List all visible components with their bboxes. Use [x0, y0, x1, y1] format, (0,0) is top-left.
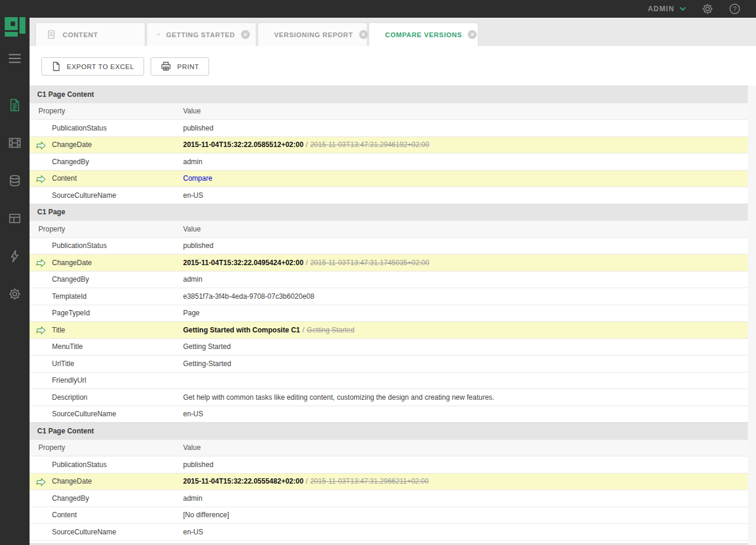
print-label: PRINT — [177, 63, 199, 70]
changed-arrow-icon — [35, 139, 47, 152]
property-name: PublicationStatus — [30, 461, 183, 469]
property-column-header: Property — [30, 443, 183, 452]
property-name: SourceCultureName — [30, 410, 183, 418]
property-value: admin — [183, 158, 203, 166]
column-header-row: PropertyValue — [30, 103, 748, 120]
section-header: C1 Page Content — [30, 422, 748, 439]
tab-label: GETTING STARTED — [166, 31, 235, 38]
print-button[interactable]: PRINT — [151, 57, 209, 76]
property-value: admin — [183, 275, 203, 283]
section-title: C1 Page Content — [37, 90, 94, 99]
column-header-row: PropertyValue — [30, 220, 748, 237]
changed-arrow-icon — [35, 324, 47, 337]
gear-icon — [702, 3, 713, 15]
property-name: PublicationStatus — [30, 124, 183, 132]
property-value: en-US — [183, 410, 203, 418]
table-row-title: TitleGetting Started with Composite C1/G… — [30, 321, 748, 338]
table-row-changedate: ChangeDate2015-11-04T15:32:22.0555482+02… — [30, 473, 748, 490]
compare-versions-table: C1 Page ContentPropertyValuePublicationS… — [30, 86, 748, 541]
new-value: Getting Started with Composite C1 — [183, 326, 300, 334]
export-to-excel-label: EXPORT TO EXCEL — [67, 63, 134, 70]
new-value: 2015-11-04T15:32:22.0585512+02:00 — [183, 141, 304, 149]
sidebar-item-functions[interactable] — [0, 237, 30, 275]
changed-arrow-icon — [35, 476, 47, 488]
old-value: 2015-11-03T13:47:31.2946192+02:00 — [310, 141, 429, 149]
property-value: Getting-Started — [183, 360, 231, 368]
property-value: [No difference] — [183, 511, 229, 519]
property-value: en-US — [183, 191, 203, 200]
tab-label: COMPARE VERSIONS — [385, 31, 462, 38]
changed-arrow-icon — [35, 173, 47, 185]
toolbar: EXPORT TO EXCEL PRINT — [30, 46, 756, 86]
property-name: TemplateId — [30, 292, 183, 301]
new-value: 2015-11-04T15:32:22.0555482+02:00 — [183, 477, 304, 485]
property-name: PageTypeId — [30, 309, 183, 317]
property-name: PublicationStatus — [30, 242, 183, 250]
table-row-menutitle: MenuTitleGetting Started — [30, 338, 748, 355]
close-icon[interactable]: × — [241, 30, 250, 39]
property-value: published — [183, 461, 213, 469]
value-separator: / — [304, 259, 310, 267]
property-name: Title — [30, 326, 183, 334]
property-value: e3851f7a-3f4b-4eda-9708-07c3b6020e08 — [183, 292, 314, 301]
property-name: ChangedBy — [30, 494, 183, 502]
settings-button[interactable] — [702, 3, 713, 15]
sidebar-item-settings[interactable] — [0, 275, 30, 313]
sidebar-item-content[interactable] — [0, 86, 30, 124]
sidebar — [0, 0, 30, 545]
table-row-changedate: ChangeDate2015-11-04T15:32:22.0495424+02… — [30, 254, 748, 271]
tab-content[interactable]: CONTENT — [35, 22, 145, 46]
export-to-excel-button[interactable]: EXPORT TO EXCEL — [41, 57, 144, 76]
tab-strip: CONTENTGETTING STARTED×VERSIONING REPORT… — [30, 18, 756, 46]
property-name: Content — [30, 511, 183, 519]
new-value: 2015-11-04T15:32:22.0495424+02:00 — [183, 259, 304, 267]
table-row-publicationstatus: PublicationStatuspublished — [30, 119, 748, 136]
admin-user-menu[interactable]: ADMIN — [648, 5, 686, 13]
tab-compare-versions[interactable]: COMPARE VERSIONS× — [369, 22, 478, 46]
table-row-sourceculturename: SourceCultureNameen-US — [30, 406, 748, 423]
partial-section-header — [30, 543, 748, 545]
menu-icon — [8, 53, 22, 64]
table-row-friendlyurl: FriendlyUrl — [30, 372, 748, 389]
svg-text:?: ? — [733, 5, 737, 12]
tab-label: VERSIONING REPORT — [274, 31, 353, 38]
close-icon[interactable]: × — [359, 30, 368, 39]
value-column-header: Value — [183, 443, 201, 452]
value-separator: / — [304, 141, 310, 149]
sidebar-menu-button[interactable] — [0, 50, 30, 67]
help-button[interactable]: ? — [729, 3, 741, 15]
file-icon — [51, 61, 61, 71]
content-page-icon — [8, 98, 22, 112]
property-name: UrlTitle — [30, 360, 183, 368]
compare-link[interactable]: Compare — [183, 174, 212, 182]
value-column-header: Value — [183, 225, 201, 233]
property-name: SourceCultureName — [30, 191, 183, 200]
old-value: 2015-11-03T13:47:31.1745035+02:00 — [310, 259, 429, 267]
property-name: FriendlyUrl — [30, 376, 183, 384]
property-column-header: Property — [30, 107, 183, 115]
property-value: en-US — [183, 528, 203, 536]
sidebar-item-data[interactable] — [0, 162, 30, 200]
c1-logo[interactable] — [5, 17, 27, 39]
table-row-changedate: ChangeDate2015-11-04T15:32:22.0585512+02… — [30, 136, 748, 154]
property-value: published — [183, 242, 213, 250]
old-value: Getting Started — [307, 326, 354, 334]
sidebar-item-media[interactable] — [0, 124, 30, 162]
table-row-templateid: TemplateIde3851f7a-3f4b-4eda-9708-07c3b6… — [30, 288, 748, 305]
property-name: ChangedBy — [30, 158, 183, 166]
tab-versioning-report[interactable]: VERSIONING REPORT× — [258, 22, 367, 46]
value-separator: / — [300, 326, 307, 334]
close-icon[interactable]: × — [468, 30, 477, 39]
property-name: SourceCultureName — [30, 528, 183, 536]
value-separator: / — [304, 477, 310, 485]
section-title: C1 Page Content — [37, 427, 94, 435]
column-header-row: PropertyValue — [30, 439, 748, 456]
tab-getting-started[interactable]: GETTING STARTED× — [146, 22, 256, 46]
tab-label: CONTENT — [63, 31, 98, 38]
sidebar-item-layout[interactable] — [0, 200, 30, 237]
property-value: Get help with common tasks like editing … — [183, 393, 494, 402]
property-value: Page — [183, 309, 200, 317]
table-row-content: ContentCompare — [30, 170, 748, 187]
scrollbar-track[interactable] — [748, 86, 756, 545]
changed-arrow-icon — [35, 257, 47, 269]
